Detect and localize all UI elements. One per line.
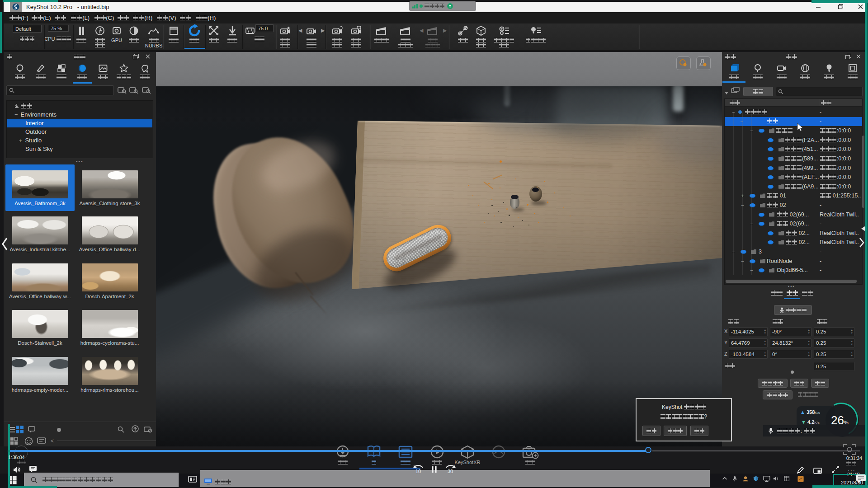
svg-text:30: 30 <box>448 469 453 474</box>
svg-text:10: 10 <box>415 469 421 474</box>
